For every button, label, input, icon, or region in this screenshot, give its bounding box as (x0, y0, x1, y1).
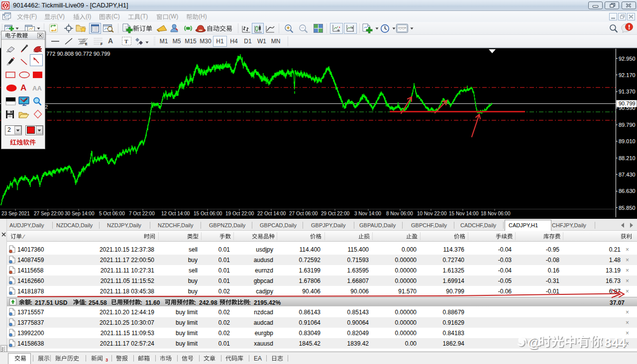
svg-text:85.850: 85.850 (619, 205, 636, 211)
svg-text:27 Sep 22:00: 27 Sep 22:00 (34, 211, 64, 216)
svg-text:29 Oct 22:00: 29 Oct 22:00 (321, 211, 350, 216)
svg-text:19 Oct 22:00: 19 Oct 22:00 (225, 211, 254, 216)
svg-text:15 Oct 06:00: 15 Oct 06:00 (194, 211, 222, 216)
svg-text:E: E (85, 42, 88, 46)
svg-text:89.790: 89.790 (619, 122, 636, 128)
svg-text:88.210: 88.210 (619, 155, 636, 161)
svg-text:22 Oct 14:00: 22 Oct 14:00 (257, 211, 286, 216)
svg-text:3 Nov 14:00: 3 Nov 14:00 (354, 211, 381, 216)
svg-text:90.799: 90.799 (619, 100, 636, 106)
svg-text:92.170: 92.170 (619, 72, 636, 78)
svg-text:91.370: 91.370 (619, 89, 636, 94)
svg-text:8 Nov 06:00: 8 Nov 06:00 (386, 211, 413, 216)
svg-text:7 Oct 22:00: 7 Oct 22:00 (129, 211, 155, 216)
svg-text:30 Sep 14:00: 30 Sep 14:00 (65, 211, 95, 216)
svg-text:89.010: 89.010 (619, 138, 636, 144)
svg-text:92.950: 92.950 (619, 56, 636, 62)
svg-text:15 Nov 14:00: 15 Nov 14:00 (449, 211, 479, 216)
svg-text:T: T (124, 38, 128, 44)
svg-text:87.430: 87.430 (619, 172, 636, 178)
svg-text:18 Nov 06:00: 18 Nov 06:00 (481, 211, 511, 216)
svg-text:@: @ (528, 335, 540, 350)
svg-text:86.630: 86.630 (619, 188, 636, 194)
svg-text:27 Oct 06:00: 27 Oct 06:00 (289, 211, 318, 216)
svg-text:F: F (101, 42, 103, 46)
svg-text:844: 844 (604, 335, 626, 350)
svg-text:772 90.808 90.772 90.799: 772 90.808 90.772 90.799 (46, 51, 110, 57)
svg-text:10 Nov 22:00: 10 Nov 22:00 (417, 211, 447, 216)
svg-text:23 Sep 2021: 23 Sep 2021 (1, 211, 30, 216)
svg-text:5 Oct 06:00: 5 Oct 06:00 (99, 211, 125, 216)
svg-text:12 Oct 14:00: 12 Oct 14:00 (161, 211, 190, 216)
